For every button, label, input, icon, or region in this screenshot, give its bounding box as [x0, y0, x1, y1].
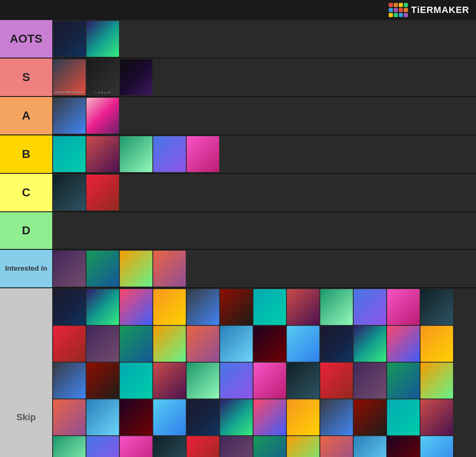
anime-card[interactable]	[354, 436, 386, 457]
anime-card[interactable]	[153, 136, 186, 172]
anime-card[interactable]	[86, 98, 119, 134]
anime-card[interactable]	[86, 251, 119, 287]
anime-card[interactable]	[287, 289, 319, 325]
tier-images-interested	[52, 250, 476, 287]
anime-card[interactable]	[287, 326, 319, 362]
anime-card[interactable]	[387, 289, 420, 325]
tier-label-a: A	[0, 97, 52, 135]
anime-card[interactable]	[53, 436, 86, 457]
anime-card[interactable]	[187, 289, 219, 325]
anime-card[interactable]	[220, 399, 253, 435]
anime-card[interactable]	[187, 363, 219, 399]
anime-card[interactable]	[253, 399, 286, 435]
anime-card[interactable]	[187, 436, 219, 457]
anime-card[interactable]	[187, 136, 219, 172]
anime-card[interactable]	[420, 399, 453, 435]
anime-card[interactable]	[387, 326, 420, 362]
anime-card[interactable]	[387, 399, 420, 435]
anime-card[interactable]	[320, 289, 353, 325]
anime-card[interactable]	[287, 363, 319, 399]
anime-card[interactable]	[86, 136, 119, 172]
anime-card[interactable]	[120, 326, 152, 362]
anime-card[interactable]	[420, 363, 453, 399]
anime-card[interactable]	[287, 399, 319, 435]
anime-card[interactable]	[287, 436, 319, 457]
tier-row-interested: Interested in	[0, 250, 476, 288]
anime-card[interactable]	[220, 363, 253, 399]
logo-text: TiERMAKER	[411, 5, 469, 15]
anime-card[interactable]	[53, 175, 86, 211]
anime-card[interactable]	[153, 289, 186, 325]
anime-card[interactable]	[153, 326, 186, 362]
anime-card[interactable]	[86, 289, 119, 325]
anime-card[interactable]	[387, 436, 420, 457]
tier-list: AOTS S GREAT PRETENDER ハイキュー!!	[0, 20, 476, 457]
tier-images-s: GREAT PRETENDER ハイキュー!!	[52, 58, 476, 96]
anime-card[interactable]	[354, 326, 386, 362]
anime-card[interactable]	[153, 363, 186, 399]
tier-images-d	[52, 212, 476, 249]
anime-card[interactable]	[220, 326, 253, 362]
anime-card[interactable]	[354, 363, 386, 399]
anime-card[interactable]	[354, 289, 386, 325]
anime-card[interactable]	[120, 363, 152, 399]
anime-card[interactable]	[53, 363, 86, 399]
anime-card[interactable]	[86, 175, 119, 211]
anime-card[interactable]	[120, 136, 152, 172]
anime-card[interactable]	[253, 289, 286, 325]
anime-card[interactable]	[253, 436, 286, 457]
anime-card[interactable]	[86, 436, 119, 457]
anime-card[interactable]	[153, 436, 186, 457]
anime-card[interactable]	[320, 326, 353, 362]
anime-card[interactable]	[53, 98, 86, 134]
tier-label-s: S	[0, 58, 52, 96]
tier-row-d: D	[0, 212, 476, 250]
anime-card[interactable]	[220, 289, 253, 325]
anime-card[interactable]	[120, 59, 152, 95]
anime-card[interactable]	[220, 436, 253, 457]
anime-card[interactable]	[153, 251, 186, 287]
anime-card[interactable]	[320, 399, 353, 435]
anime-card[interactable]	[53, 399, 86, 435]
anime-card[interactable]	[86, 326, 119, 362]
anime-card[interactable]	[86, 21, 119, 57]
anime-card[interactable]	[420, 289, 453, 325]
anime-card[interactable]	[320, 363, 353, 399]
anime-card[interactable]: GREAT PRETENDER	[53, 59, 86, 95]
tier-row-a: A	[0, 97, 476, 135]
anime-card[interactable]	[53, 251, 86, 287]
anime-card[interactable]	[253, 326, 286, 362]
tier-row-skip: Skip	[0, 288, 476, 457]
anime-card[interactable]	[53, 21, 86, 57]
anime-card[interactable]	[253, 363, 286, 399]
tier-images-aots	[52, 20, 476, 58]
anime-card[interactable]	[187, 326, 219, 362]
tier-label-d: D	[0, 212, 52, 249]
anime-card[interactable]	[420, 436, 453, 457]
anime-card[interactable]	[120, 251, 152, 287]
tier-row-aots: AOTS	[0, 20, 476, 58]
anime-card[interactable]	[53, 326, 86, 362]
anime-card[interactable]	[120, 436, 152, 457]
anime-card[interactable]	[120, 399, 152, 435]
tier-label-interested: Interested in	[0, 250, 52, 287]
anime-card[interactable]	[53, 289, 86, 325]
anime-card[interactable]	[153, 399, 186, 435]
anime-card[interactable]	[387, 363, 420, 399]
anime-card[interactable]	[187, 399, 219, 435]
anime-card[interactable]	[53, 136, 86, 172]
anime-card[interactable]	[86, 399, 119, 435]
header: TiERMAKER	[0, 0, 476, 20]
anime-card[interactable]	[86, 363, 119, 399]
tier-label-b: B	[0, 135, 52, 173]
tier-label-c: C	[0, 174, 52, 211]
tier-label-aots: AOTS	[0, 20, 52, 58]
tier-row-c: C	[0, 174, 476, 212]
anime-card[interactable]: ハイキュー!!	[86, 59, 119, 95]
anime-card[interactable]	[120, 289, 152, 325]
anime-card[interactable]	[354, 399, 386, 435]
anime-card[interactable]	[420, 326, 453, 362]
anime-card[interactable]	[320, 436, 353, 457]
tiermaker-logo: TiERMAKER	[389, 3, 469, 17]
tier-row-s: S GREAT PRETENDER ハイキュー!!	[0, 58, 476, 97]
